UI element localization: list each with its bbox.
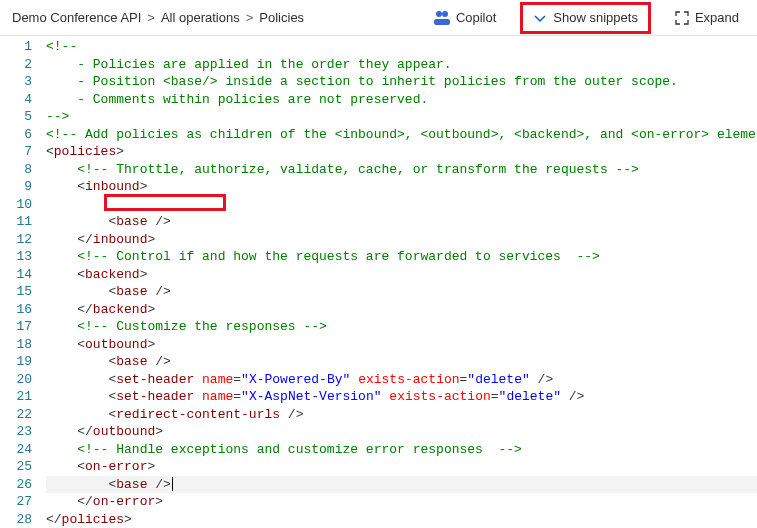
expand-button[interactable]: Expand [669,6,745,29]
code-line[interactable]: </inbound> [46,231,757,249]
line-number: 10 [0,196,32,214]
copilot-button[interactable]: Copilot [428,6,502,30]
code-line[interactable]: - Policies are applied in the order they… [46,56,757,74]
code-line[interactable]: </backend> [46,301,757,319]
line-number-gutter: 1234567891011121314151617181920212223242… [0,36,42,528]
line-number: 11 [0,213,32,231]
line-number: 14 [0,266,32,284]
highlight-annotation [104,194,226,211]
line-number: 18 [0,336,32,354]
line-number: 22 [0,406,32,424]
line-number: 16 [0,301,32,319]
line-number: 21 [0,388,32,406]
code-line[interactable]: - Comments within policies are not prese… [46,91,757,109]
line-number: 1 [0,38,32,56]
copilot-icon [434,10,450,26]
copilot-label: Copilot [456,10,496,25]
breadcrumb-item-2[interactable]: Policies [259,10,304,25]
expand-label: Expand [695,10,739,25]
line-number: 24 [0,441,32,459]
line-number: 15 [0,283,32,301]
line-number: 20 [0,371,32,389]
line-number: 8 [0,161,32,179]
code-line[interactable]: <policies> [46,143,757,161]
code-line[interactable]: - Position <base/> inside a section to i… [46,73,757,91]
code-line[interactable]: <base /> [46,353,757,371]
show-snippets-button[interactable]: Show snippets [520,2,651,34]
code-line[interactable]: <on-error> [46,458,757,476]
line-number: 17 [0,318,32,336]
line-number: 23 [0,423,32,441]
breadcrumb-item-1[interactable]: All operations [161,10,240,25]
code-line[interactable]: <!-- Control if and how the requests are… [46,248,757,266]
line-number: 3 [0,73,32,91]
line-number: 6 [0,126,32,144]
line-number: 5 [0,108,32,126]
line-number: 27 [0,493,32,511]
code-line[interactable]: <base /> [46,213,757,231]
chevron-right-icon: > [147,10,155,25]
breadcrumb-item-0[interactable]: Demo Conference API [12,10,141,25]
line-number: 26 [0,476,32,494]
line-number: 9 [0,178,32,196]
code-line[interactable]: <!-- [46,38,757,56]
code-line[interactable]: <base /> [46,283,757,301]
line-number: 2 [0,56,32,74]
line-number: 13 [0,248,32,266]
code-line[interactable]: <outbound> [46,336,757,354]
code-line[interactable]: <!-- Throttle, authorize, validate, cach… [46,161,757,179]
code-line[interactable]: <!-- Add policies as children of the <in… [46,126,757,144]
code-line[interactable]: </policies> [46,511,757,529]
code-line[interactable]: </outbound> [46,423,757,441]
line-number: 28 [0,511,32,529]
code-line[interactable]: <set-header name="X-Powered-By" exists-a… [46,371,757,389]
code-line[interactable]: <base /> [46,476,757,494]
line-number: 7 [0,143,32,161]
code-line[interactable]: </on-error> [46,493,757,511]
code-line[interactable]: <set-header name="X-AspNet-Version" exis… [46,388,757,406]
line-number: 25 [0,458,32,476]
code-line[interactable]: --> [46,108,757,126]
code-line[interactable]: <backend> [46,266,757,284]
show-snippets-label: Show snippets [553,10,638,25]
chevron-right-icon: > [246,10,254,25]
code-editor[interactable]: 1234567891011121314151617181920212223242… [0,36,757,528]
line-number: 12 [0,231,32,249]
line-number: 4 [0,91,32,109]
topbar: Demo Conference API > All operations > P… [0,0,757,36]
line-number: 19 [0,353,32,371]
chevron-down-icon [533,11,547,25]
text-cursor [172,477,173,491]
code-area[interactable]: <!-- - Policies are applied in the order… [42,36,757,528]
expand-icon [675,11,689,25]
toolbar: Copilot Show snippets Expand [428,2,745,34]
code-line[interactable]: <!-- Handle exceptions and customize err… [46,441,757,459]
code-line[interactable]: <redirect-content-urls /> [46,406,757,424]
code-line[interactable]: <!-- Customize the responses --> [46,318,757,336]
breadcrumb: Demo Conference API > All operations > P… [12,10,428,25]
